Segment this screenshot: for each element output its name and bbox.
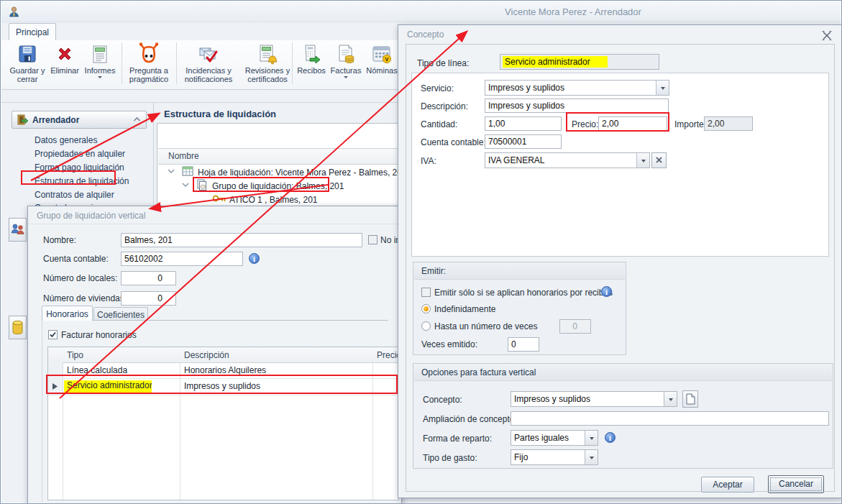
delete-button[interactable]: Eliminar [48,42,81,88]
informes-button[interactable]: Informes [81,42,119,88]
chevron-down-icon[interactable] [168,168,175,174]
column-header-descripcion[interactable]: Descripción [184,350,229,360]
ampliacion-input[interactable] [511,411,829,426]
chevron-up-icon[interactable] [133,116,141,122]
door-icon [16,114,28,126]
cell-descripcion[interactable]: Impresos y suplidos [184,381,260,391]
page-title: Estructura de liquidación [164,109,276,119]
dialog-title: Concepto [407,29,444,40]
table-row[interactable]: Línea calculada Honorarios Alquileres [48,362,398,379]
concepto-label: Concepto: [423,395,462,405]
pregunta-pragmatico-button[interactable]: Pregunta a pragmático [124,42,173,88]
tab-honorarios[interactable]: Honorarios [42,306,93,321]
cancelar-button[interactable]: Cancelar [768,475,824,493]
tree-node-label[interactable]: ATICO 1 , Balmes, 201 [229,195,318,205]
sidebar-item-contratos[interactable]: Contratos de alquiler [35,190,114,200]
revisiones-button[interactable]: Revisiones y certificados [239,42,296,88]
sidebar-header-label: Arrendador [32,115,79,125]
tree-node-label[interactable]: Hoja de liquidación: Vicente Mora Perez … [198,168,407,178]
emitir-solo-checkbox[interactable] [421,288,431,297]
button-label: Guardar y cerrar [10,66,45,83]
forma-reparto-combo[interactable]: Partes iguales [511,430,598,446]
cantidad-input[interactable]: 1,00 [485,116,562,131]
close-icon[interactable] [822,31,832,40]
importe-field: 2,00 [704,116,753,131]
key-icon [212,194,226,203]
descripcion-input[interactable]: Impresos y suplidos [485,98,669,113]
numero-locales-label: Número de locales: [43,273,117,283]
sidebar-item-forma-pago[interactable]: Forma pago liquidación [35,162,124,173]
cuenta-contable-input[interactable]: 70500001 [485,134,562,149]
new-concepto-button[interactable] [682,390,698,408]
save-icon [17,43,38,65]
row-selector[interactable] [48,378,63,395]
info-icon[interactable]: i [605,432,616,443]
cell-tipo[interactable]: Servicio administrador [64,380,152,393]
mail-check-icon [198,43,219,65]
veces-emitido-label: Veces emitido: [421,339,477,349]
cell-tipo[interactable]: Línea calculada [67,365,127,375]
indefinidamente-radio[interactable] [421,304,431,313]
chevron-down-icon[interactable] [585,431,598,445]
ampliacion-label: Ampliación de concepto: [423,414,517,424]
facturar-honorarios-label: Facturar honorarios [61,330,137,340]
chevron-down-icon[interactable] [636,153,649,168]
tipo-gasto-label: Tipo de gasto: [423,453,477,463]
titlebar: Vicente Mora Perez - Arrendador [1,1,841,22]
veces-emitido-input[interactable]: 0 [508,337,539,352]
hasta-numero-radio[interactable] [421,321,431,331]
tipo-linea-value: Servicio administrador [503,56,608,68]
chevron-down-icon [344,76,348,81]
facturar-honorarios-checkbox[interactable] [48,330,58,339]
tree-node-label[interactable]: Grupo de liquidación: Balmes, 201 [212,181,344,191]
button-label: Facturas [331,66,362,75]
nominas-button[interactable]: V Nóminas [363,42,401,88]
chevron-down-icon[interactable] [585,450,598,464]
no-incluir-checkbox[interactable] [368,235,377,244]
tipo-gasto-combo[interactable]: Fijo [511,449,598,465]
cuenta-contable-input[interactable]: 56102002 [121,252,243,266]
chevron-down-icon[interactable] [182,182,189,188]
info-icon[interactable]: i [601,286,612,297]
info-icon[interactable]: i [249,253,260,264]
sidebar-item-propiedades[interactable]: Propiedades en alquiler [35,149,125,159]
emitir-header: Emitir: [414,263,625,280]
cell-descripcion[interactable]: Honorarios Alquileres [184,365,266,375]
tab-coeficientes[interactable]: Coeficientes [93,307,148,321]
indefinidamente-label: Indefinidamente [434,304,495,314]
aceptar-button[interactable]: Aceptar [701,477,754,492]
sidebar-header-arrendador[interactable]: Arrendador [12,111,147,129]
servicio-combo[interactable]: Impresos y suplidos [485,80,669,96]
sidebar-item-datos-generales[interactable]: Datos generales [35,135,97,145]
nombre-label: Nombre: [43,235,76,245]
cuenta-contable-label: Cuenta contable: [421,137,486,147]
iva-clear-button[interactable] [651,152,667,168]
row-selector[interactable] [48,362,63,378]
table-row[interactable]: Servicio administrador Impresos y suplid… [48,378,398,395]
receipt-icon [301,43,322,65]
concepto-dialog: Concepto Tipo de línea: Servicio adminis… [398,24,842,498]
sidebar-item-estructura[interactable]: Estructura de liquidación [35,176,129,186]
numero-locales-stepper[interactable]: 0 [121,271,176,285]
people-panel-button[interactable] [9,218,27,242]
concepto-value: Impresos y suplidos [514,394,590,404]
page-copy-icon [196,179,208,191]
chevron-down-icon[interactable] [664,392,677,406]
save-and-close-button[interactable]: Guardar y cerrar [6,42,48,88]
concepto-combo[interactable]: Impresos y suplidos [511,391,677,407]
recibos-button[interactable]: Recibos [294,42,329,88]
nombre-input[interactable]: Balmes, 201 [121,233,362,247]
numero-viviendas-stepper[interactable]: 0 [121,291,176,306]
chevron-down-icon[interactable] [656,81,669,95]
iva-combo[interactable]: IVA GENERAL [485,152,650,168]
column-header-tipo[interactable]: Tipo [67,350,83,360]
incidencias-button[interactable]: Incidencias y notificaciones [178,42,239,88]
tab-principal[interactable]: Principal [9,23,56,40]
hasta-numero-label: Hasta un número de veces [434,321,537,331]
database-panel-button[interactable] [9,316,27,339]
pragmatico-icon [137,42,161,65]
cuenta-contable-label: Cuenta contable: [43,254,109,264]
facturas-button[interactable]: Facturas [327,42,365,88]
forma-reparto-label: Forma de reparto: [423,434,492,444]
precio-input[interactable]: 2,00 [598,116,667,131]
